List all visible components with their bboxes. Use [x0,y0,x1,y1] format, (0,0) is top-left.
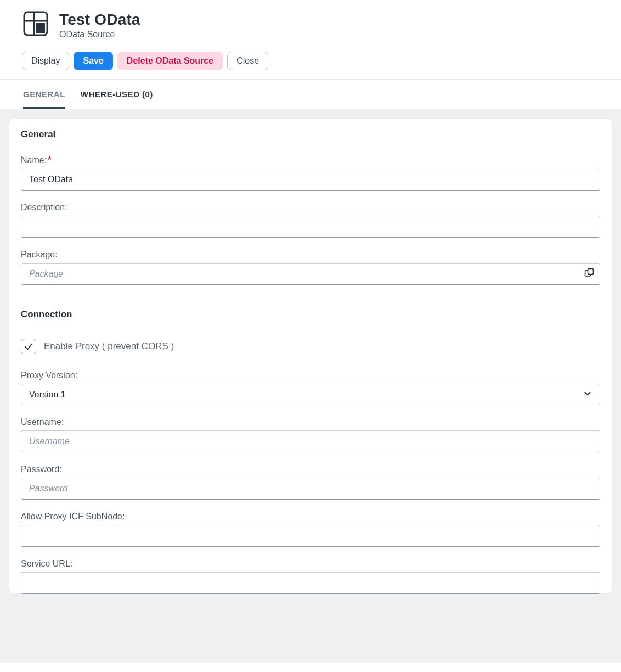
toolbar: Display Save Delete OData Source Close [0,40,621,79]
required-star: * [48,155,51,165]
title-block: Test OData OData Source [59,10,140,40]
description-input[interactable] [21,216,600,238]
password-label: Password: [21,464,600,474]
password-input[interactable] [21,478,600,500]
enable-proxy-label: Enable Proxy ( prevent CORS ) [44,341,174,352]
header: Test OData OData Source [0,0,621,40]
field-allow-subnode: Allow Proxy ICF SubNode: [21,512,600,547]
tab-where-used[interactable]: WHERE-USED (0) [81,80,153,109]
proxy-version-label: Proxy Version: [21,371,600,380]
service-url-input[interactable] [21,572,600,594]
close-button[interactable]: Close [227,52,268,70]
field-username: Username: [21,417,600,452]
svg-rect-3 [36,23,45,33]
name-label: Name:* [21,155,600,165]
proxy-version-select[interactable]: Version 1 [21,384,600,405]
tab-general[interactable]: GENERAL [23,80,65,109]
field-package: Package: [21,250,600,285]
allow-subnode-input[interactable] [21,525,600,547]
svg-rect-5 [588,269,594,275]
field-password: Password: [21,464,600,500]
name-label-text: Name: [21,155,47,165]
page-subtitle: OData Source [59,30,140,40]
username-input[interactable] [21,430,600,452]
package-browse-icon[interactable] [584,267,595,281]
display-button[interactable]: Display [22,52,69,70]
service-url-label: Service URL: [21,559,600,569]
body-area: General Name:* Description: Package: [0,109,621,663]
field-service-url: Service URL: [21,559,600,594]
delete-button[interactable]: Delete OData Source [117,52,223,70]
field-proxy-version: Proxy Version: Version 1 [21,371,600,405]
page-title: Test OData [59,11,140,29]
field-name: Name:* [21,155,600,191]
allow-subnode-label: Allow Proxy ICF SubNode: [21,512,600,522]
username-label: Username: [21,417,600,427]
tabs: GENERAL WHERE-USED (0) [0,80,621,109]
field-description: Description: [21,203,600,238]
package-label: Package: [21,250,600,260]
description-label: Description: [21,203,600,212]
enable-proxy-checkbox[interactable] [21,339,36,354]
odata-source-icon [22,10,49,37]
section-connection-heading: Connection [21,309,600,320]
package-input[interactable] [21,263,600,285]
form-card: General Name:* Description: Package: [9,118,612,594]
save-button[interactable]: Save [74,52,112,70]
section-general-heading: General [21,129,600,140]
name-input[interactable] [21,169,600,191]
enable-proxy-row: Enable Proxy ( prevent CORS ) [21,339,600,354]
